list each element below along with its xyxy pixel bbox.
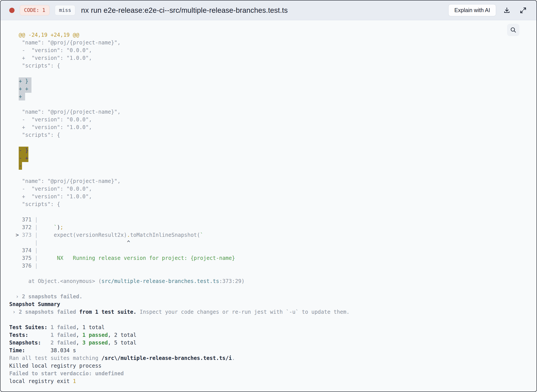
terminal-line: - } [9,147,537,154]
terminal-line: "name": "@proj/{project-name}", [9,108,537,116]
terminal-line: - [9,162,537,170]
terminal-line: Time: 38.034 s [9,347,537,355]
terminal-line: Tests: 1 failed, 1 passed, 2 total [9,331,537,339]
terminal-line: + [9,93,537,100]
terminal-line: Ran all test suites matching /src\/multi… [9,355,537,362]
terminal-line: + } [9,77,537,85]
exit-code-badge: CODE: 1 [20,5,49,15]
terminal-line: Test Suites: 1 failed, 1 total [9,324,537,331]
terminal-line: "scripts": { [9,201,537,208]
terminal-line: @@ -24,19 +24,19 @@ [9,31,537,39]
terminal-line: › 2 snapshots failed from 1 test suite. … [9,308,537,316]
terminal-line: - "version": "0.0.0", [9,185,537,193]
terminal-line: 376 | [9,262,537,270]
terminal-panel: @@ -24,19 +24,19 @@ "name": "@proj/{proj… [0,20,537,392]
terminal-line [9,100,537,108]
terminal-line: - "version": "0.0.0", [9,47,537,54]
terminal-line: "scripts": { [9,62,537,70]
terminal-line: + "version": "1.0.0", [9,193,537,201]
terminal-line: Failed to start verdaccio: undefined [9,370,537,378]
terminal-line [9,208,537,216]
terminal-line [9,170,537,177]
task-output-window: CODE: 1 miss nx run e2e-release:e2e-ci--… [0,0,537,392]
terminal-line: Snapshots: 2 failed, 3 passed, 5 total [9,339,537,347]
search-icon [510,26,517,33]
fullscreen-button[interactable] [518,5,529,16]
terminal-line: 372 | `); [9,224,537,231]
terminal-line: + + [9,85,537,93]
terminal-line: "name": "@proj/{project-name}", [9,177,537,185]
terminal-line: "scripts": { [9,131,537,139]
terminal-line [9,316,537,324]
terminal-line: Killed local registry process [9,362,537,370]
terminal-line [9,285,537,293]
topbar: CODE: 1 miss nx run e2e-release:e2e-ci--… [0,0,537,20]
terminal-line [9,70,537,77]
search-button[interactable] [507,24,519,36]
terminal-line: 374 | [9,247,537,254]
terminal-line: > 373 | expect(versionResult2x).toMatchI… [9,231,537,239]
terminal-line: - + [9,154,537,162]
terminal-line [9,270,537,277]
terminal-line: at Object.<anonymous> (src/multiple-rele… [9,277,537,285]
terminal-output: @@ -24,19 +24,19 @@ "name": "@proj/{proj… [9,31,537,385]
status-dot [9,8,14,13]
cache-status-badge: miss [55,5,75,15]
terminal-line: 371 | [9,216,537,224]
terminal-line: "name": "@proj/{project-name}", [9,39,537,47]
terminal-line: - "version": "0.0.0", [9,116,537,124]
expand-icon [519,7,527,14]
terminal-line: local registry exit 1 [9,378,537,385]
page-title: nx run e2e-release:e2e-ci--src/multiple-… [81,6,443,14]
terminal-line: + "version": "1.0.0", [9,124,537,131]
terminal-line: 375 | NX Running release version for pro… [9,254,537,262]
terminal-line: › 2 snapshots failed. [9,293,537,301]
terminal-line [9,139,537,147]
download-icon [503,7,511,14]
explain-with-ai-button[interactable]: Explain with AI [448,4,496,16]
terminal-line: | ^ [9,239,537,247]
download-button[interactable] [501,5,512,16]
terminal-line: Snapshot Summary [9,301,537,308]
terminal-line: + "version": "1.0.0", [9,54,537,62]
